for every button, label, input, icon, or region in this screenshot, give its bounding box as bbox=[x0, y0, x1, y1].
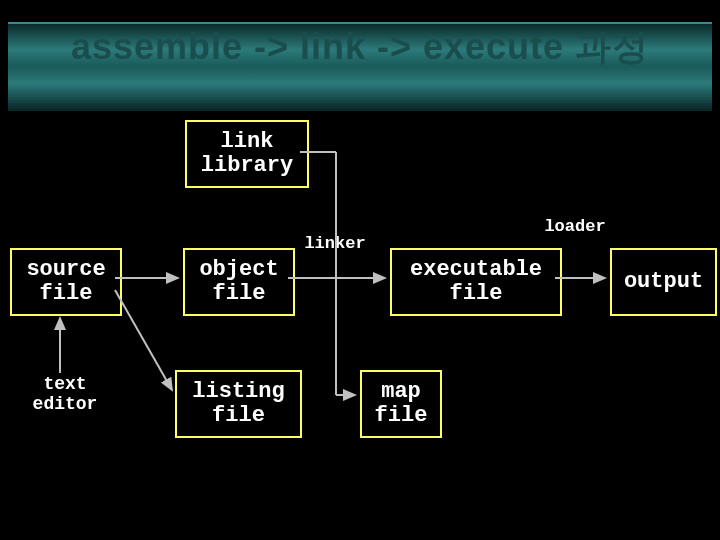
label-text-editor: text editor bbox=[25, 375, 105, 415]
title-banner: assemble -> link -> execute 과정 bbox=[8, 22, 712, 111]
box-source-file: source file bbox=[10, 248, 122, 316]
box-executable-file: executable file bbox=[390, 248, 562, 316]
box-listing-file: listing file bbox=[175, 370, 302, 438]
box-output: output bbox=[610, 248, 717, 316]
box-object-file: object file bbox=[183, 248, 295, 316]
svg-line-2 bbox=[115, 290, 172, 390]
box-map-file: map file bbox=[360, 370, 442, 438]
label-linker: linker bbox=[300, 235, 370, 254]
label-loader: loader bbox=[540, 218, 610, 237]
diagram-title: assemble -> link -> execute 과정 bbox=[8, 24, 712, 67]
box-link-library: link library bbox=[185, 120, 309, 188]
